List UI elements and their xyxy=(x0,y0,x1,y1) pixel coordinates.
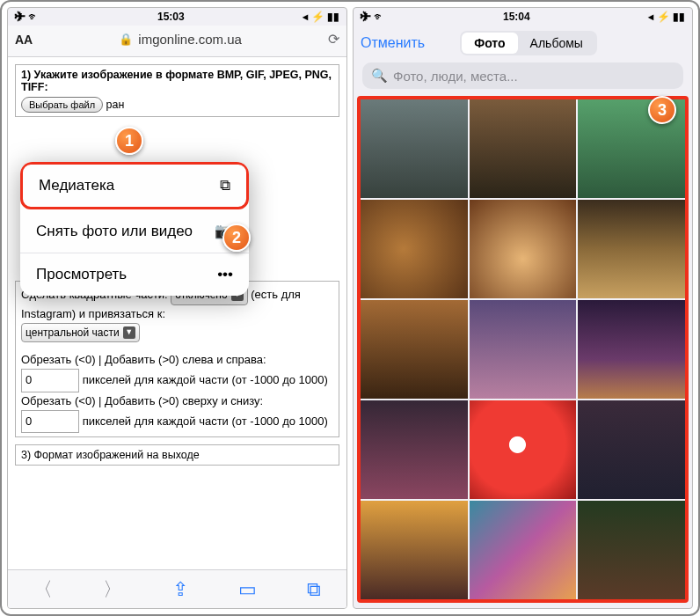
chevron-down-icon: ▼ xyxy=(123,326,135,339)
crop-tb-label: Обрезать (<0) | Добавить (>0) сверху и с… xyxy=(21,392,333,410)
callout-1: 1 xyxy=(115,127,143,155)
anchor-select[interactable]: центральной части▼ xyxy=(21,323,140,343)
tabs-icon[interactable]: ⧉ xyxy=(307,578,321,601)
status-right: ◂ ⚡ ▮▮ xyxy=(648,11,685,23)
step1-box: 1) Укажите изображение в формате BMP, GI… xyxy=(15,64,339,117)
photo-thumb[interactable] xyxy=(470,99,577,198)
reload-icon[interactable]: ⟳ xyxy=(328,31,339,48)
browse-label: Просмотреть xyxy=(36,266,127,283)
more-icon: ••• xyxy=(217,266,233,283)
photo-grid xyxy=(361,99,685,599)
share-icon[interactable]: ⇪ xyxy=(172,578,188,601)
photo-thumb[interactable] xyxy=(470,200,577,298)
take-photo-label: Снять фото или видео xyxy=(36,223,193,240)
photo-thumb[interactable] xyxy=(470,300,577,399)
photo-thumb[interactable] xyxy=(361,400,468,499)
picker-header: Отменить Фото Альбомы xyxy=(354,26,692,59)
forward-icon[interactable]: 〉 xyxy=(103,576,122,603)
photo-grid-wrap: 3 xyxy=(357,96,689,603)
take-photo-option[interactable]: Снять фото или видео 📷 xyxy=(20,209,249,253)
search-icon: 🔍 xyxy=(371,68,388,84)
text-size-button[interactable]: AA xyxy=(15,33,33,47)
photo-thumb[interactable] xyxy=(470,400,577,499)
crop-lr-input[interactable]: 0 xyxy=(21,369,79,392)
crop-lr-label: Обрезать (<0) | Добавить (>0) слева и сп… xyxy=(21,351,333,369)
right-phone: ✈ ᯤ 15:04 ◂ ⚡ ▮▮ Отменить Фото Альбомы 🔍… xyxy=(353,7,693,609)
status-bar: ✈ ᯤ 15:04 ◂ ⚡ ▮▮ xyxy=(354,8,692,26)
lock-icon: 🔒 xyxy=(119,33,133,46)
photo-thumb[interactable] xyxy=(361,501,468,599)
callout-2: 2 xyxy=(222,224,251,252)
stack-icon: ⧉ xyxy=(220,177,230,194)
file-status-text: ран xyxy=(106,99,125,111)
bookmarks-icon[interactable]: ▭ xyxy=(238,578,257,601)
segmented-control: Фото Альбомы xyxy=(460,31,597,55)
seg-photos[interactable]: Фото xyxy=(462,33,517,54)
px-note-1: пикселей для каждой части (от -1000 до 1… xyxy=(83,373,328,386)
photo-thumb[interactable] xyxy=(470,501,577,599)
seg-albums[interactable]: Альбомы xyxy=(518,33,595,54)
media-library-option[interactable]: Медиатека ⧉ xyxy=(20,162,249,209)
step1-title: 1) Укажите изображение в формате BMP, GI… xyxy=(21,69,333,93)
search-field[interactable]: 🔍 Фото, люди, места... xyxy=(362,62,683,89)
status-bar: ✈ ᯤ 15:03 ◂ ⚡ ▮▮ xyxy=(8,8,346,26)
safari-toolbar: 〈 〉 ⇪ ▭ ⧉ xyxy=(8,569,346,608)
url-text: imgonline.com.ua xyxy=(138,32,242,47)
px-note-2: пикселей для каждой части (от -1000 до 1… xyxy=(83,414,328,428)
photo-thumb[interactable] xyxy=(361,99,468,198)
search-placeholder: Фото, люди, места... xyxy=(393,69,518,84)
safari-address-bar: AA 🔒 imgonline.com.ua ⟳ xyxy=(8,26,346,57)
photo-thumb[interactable] xyxy=(578,400,685,499)
status-time: 15:03 xyxy=(39,11,303,23)
callout-3: 3 xyxy=(648,96,676,124)
step3-box: 3) Формат изображений на выходе xyxy=(15,444,339,466)
url-field[interactable]: 🔒 imgonline.com.ua xyxy=(38,32,323,47)
crop-tb-input[interactable]: 0 xyxy=(21,410,79,433)
photo-thumb[interactable] xyxy=(578,501,685,599)
status-right: ◂ ⚡ ▮▮ xyxy=(303,11,339,23)
photo-thumb[interactable] xyxy=(578,200,685,298)
cancel-button[interactable]: Отменить xyxy=(361,35,425,51)
choose-file-button[interactable]: Выбрать файл xyxy=(21,97,103,113)
file-source-popup: Медиатека ⧉ Снять фото или видео 📷 Просм… xyxy=(20,162,249,296)
media-library-label: Медиатека xyxy=(39,177,114,194)
status-left: ✈ ᯤ xyxy=(15,11,39,23)
status-left: ✈ ᯤ xyxy=(361,11,384,23)
browse-option[interactable]: Просмотреть ••• xyxy=(20,253,249,296)
status-time: 15:04 xyxy=(384,11,648,23)
photo-thumb[interactable] xyxy=(578,300,685,399)
back-icon[interactable]: 〈 xyxy=(33,576,53,603)
step3-title: 3) Формат изображений на выходе xyxy=(21,449,200,461)
page-content: 1) Укажите изображение в формате BMP, GI… xyxy=(8,57,346,569)
left-phone: ✈ ᯤ 15:03 ◂ ⚡ ▮▮ AA 🔒 imgonline.com.ua ⟳… xyxy=(7,7,347,609)
options-box: Сделать квадратные части: отключено▼ (ес… xyxy=(15,281,339,437)
photo-thumb[interactable] xyxy=(361,300,468,399)
photo-thumb[interactable] xyxy=(361,200,468,298)
